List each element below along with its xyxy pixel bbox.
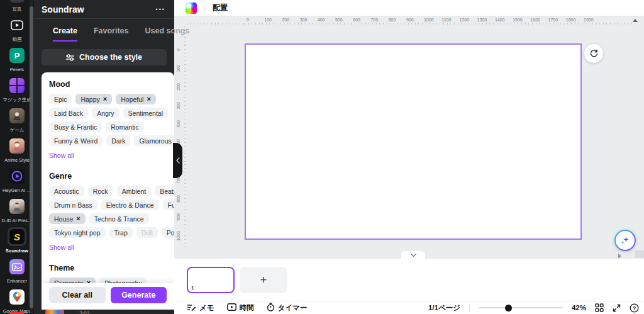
sidebar-item-google-maps[interactable]: Google Maps (0, 286, 34, 314)
remove-icon[interactable]: × (147, 96, 150, 103)
scroll-up-arrow-icon[interactable] (633, 19, 638, 22)
chip-drill[interactable]: Drill (136, 227, 158, 238)
sidebar-item-videos[interactable]: 動画 (0, 14, 34, 44)
v-ruler-label: 800 (175, 191, 182, 207)
remove-icon[interactable]: × (103, 96, 107, 103)
sidebar-item-game[interactable]: ゲーム (0, 104, 34, 135)
chip-row: Busy & FranticRomantic (49, 121, 168, 132)
chip-angry[interactable]: Angry (92, 108, 119, 118)
help-button[interactable]: ? (630, 303, 639, 313)
remove-icon[interactable]: × (76, 215, 80, 222)
generated-track-item[interactable]: 3:02 (42, 310, 174, 314)
sidebar-item-magic-media[interactable]: マジック生成 (0, 74, 34, 104)
h-ruler-label: 1200 (460, 18, 470, 22)
section-title: Mood (49, 80, 168, 89)
h-ruler-label: 1300 (477, 18, 487, 22)
sidebar-scrollbar[interactable] (30, 0, 33, 314)
memo-icon (187, 303, 196, 313)
zoom-level-button[interactable]: 42% (572, 304, 586, 311)
sidebar-item-d-id[interactable]: D-ID AI Pres… (0, 195, 34, 225)
chip-ambient[interactable]: Ambient (117, 186, 152, 196)
regenerate-button[interactable] (584, 44, 603, 63)
pexels-icon: P (9, 48, 25, 63)
chip-label: Hopeful (121, 96, 143, 103)
add-page-button[interactable]: + (240, 267, 287, 293)
chip-trap[interactable]: Trap (109, 227, 133, 238)
filter-sections: MoodEpicHappy×Hopeful×Laid BackAngrySent… (49, 80, 168, 302)
tab-create[interactable]: Create (53, 26, 77, 42)
tab-favorites[interactable]: Favorites (94, 26, 129, 42)
sidebar-item-pexels[interactable]: PPexels (0, 44, 34, 74)
chip-electro-dance[interactable]: Electro & Dance (101, 199, 159, 210)
chip-hopeful[interactable]: Hopeful× (116, 94, 156, 104)
chip-tokyo-night-pop[interactable]: Tokyo night pop (49, 227, 106, 238)
chip-rock[interactable]: Rock (88, 186, 113, 196)
anime-style-icon (9, 138, 25, 154)
vertical-ruler: 010020030040050060070080090010001100 (174, 25, 187, 249)
chip-laid-back[interactable]: Laid Back (49, 108, 88, 118)
page-1-thumbnail[interactable]: 1 (187, 267, 235, 293)
zoom-slider-knob[interactable] (505, 305, 512, 311)
soundraw-icon-glyph: S (14, 232, 20, 242)
chip-busy-frantic[interactable]: Busy & Frantic (49, 121, 102, 132)
enhancer-icon (9, 259, 25, 274)
h-ruler-label: 1000 (424, 18, 434, 22)
heygen-ai-icon (9, 169, 25, 184)
chip-drum-n-bass[interactable]: Drum n Bass (49, 199, 97, 210)
chip-techno-trance[interactable]: Techno & Trance (89, 213, 149, 224)
chip-happy[interactable]: Happy× (75, 94, 112, 104)
chip-acoustic[interactable]: Acoustic (49, 186, 84, 196)
sidebar-item-enhancer[interactable]: Enhancer (0, 255, 34, 286)
magic-assistant-button[interactable] (614, 230, 636, 251)
chip-label: Techno & Trance (94, 215, 144, 223)
fullscreen-button[interactable] (613, 304, 621, 312)
color-picker-swatch-icon[interactable] (186, 3, 197, 14)
panel-tabs: CreateFavoritesUsed songs (34, 19, 174, 42)
h-ruler-label: 100 (264, 18, 272, 22)
chip-label: Glamorous (139, 137, 171, 145)
sidebar-item-soundraw[interactable]: SSoundraw (0, 225, 34, 255)
chip-pop[interactable]: Pop (162, 227, 174, 238)
track-duration: 3:02 (79, 310, 90, 314)
chip-epic[interactable]: Epic (49, 94, 72, 104)
chip-label: Angry (97, 109, 114, 117)
chip-funny-weird[interactable]: Funny & Weird (49, 135, 103, 146)
status-item-time[interactable]: 時間 (227, 303, 254, 313)
status-item-memo[interactable]: メモ (187, 303, 214, 313)
chip-row: House×Techno & Trance (49, 213, 168, 224)
chip-beats[interactable]: Beats (155, 186, 174, 196)
strip-collapse-tab[interactable] (401, 251, 425, 259)
panel-collapse-handle[interactable] (173, 143, 182, 178)
sidebar-item-label: D-ID AI Pres… (1, 218, 32, 223)
design-page-canvas[interactable] (245, 43, 582, 240)
clear-all-button[interactable]: Clear all (49, 287, 106, 303)
chip-label: Dark (111, 137, 125, 145)
chip-label: Busy & Frantic (54, 123, 97, 131)
chip-sentimental[interactable]: Sentimental (123, 108, 168, 118)
sidebar-item-photos[interactable]: 写真 (0, 0, 34, 14)
choose-style-button[interactable]: Choose the style (42, 49, 167, 65)
more-options-icon[interactable]: ••• (156, 6, 165, 13)
show-all-link[interactable]: Show all (49, 152, 74, 159)
chip-dark[interactable]: Dark (106, 135, 130, 146)
position-button[interactable]: 配置 (213, 3, 228, 13)
status-item-timer[interactable]: タイマー (267, 303, 308, 313)
video-icon-wrap (8, 16, 26, 35)
sidebar-scrollbar-thumb[interactable] (30, 6, 33, 308)
grid-view-button[interactable] (595, 303, 604, 312)
show-all-link[interactable]: Show all (49, 244, 74, 251)
sidebar-item-heygen[interactable]: HeyGen AI … (0, 165, 34, 195)
chip-house[interactable]: House× (49, 213, 86, 224)
chip-romantic[interactable]: Romantic (106, 121, 143, 132)
d-id-presenter-icon (9, 199, 25, 214)
chip-funk[interactable]: Funk (163, 199, 174, 210)
tab-used-songs[interactable]: Used songs (145, 26, 190, 42)
sidebar-item-label: Pexels (10, 67, 25, 72)
sidebar-item-anime-style[interactable]: Anime Style (0, 135, 34, 165)
generate-button[interactable]: Generate (111, 287, 167, 303)
zoom-slider-track[interactable] (479, 307, 563, 308)
h-ruler-label: 900 (406, 18, 414, 22)
zoom-slider[interactable] (479, 304, 563, 311)
h-ruler-label: 400 (318, 18, 325, 22)
chip-glamorous[interactable]: Glamorous (134, 135, 174, 146)
